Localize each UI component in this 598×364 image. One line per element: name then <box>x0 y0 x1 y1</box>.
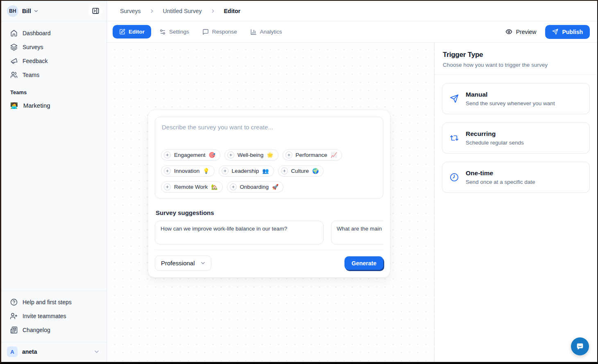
chevron-down-icon <box>200 260 206 266</box>
sidebar-item-dashboard[interactable]: Dashboard <box>6 26 102 40</box>
survey-description-input[interactable]: Describe the survey you want to create..… <box>155 117 383 199</box>
preview-label: Preview <box>516 29 537 35</box>
chevron-right-icon <box>149 8 155 14</box>
tab-label: Settings <box>169 29 189 35</box>
sidebar-item-surveys[interactable]: Surveys <box>6 40 102 54</box>
home-icon <box>10 29 18 37</box>
user-plus-icon <box>10 312 18 320</box>
topic-chips: Engagement 🎯 Well-being 🌟 Performance <box>161 149 377 192</box>
content-area: Describe the survey you want to create..… <box>107 43 597 362</box>
app-window: BH Bill Dashboard Surv <box>0 0 598 364</box>
topic-chip-leadership[interactable]: Leadership 👥 <box>219 165 274 176</box>
chip-label: Remote Work <box>174 184 208 190</box>
preview-button[interactable]: Preview <box>505 28 537 35</box>
sidebar-item-label: Surveys <box>23 44 43 50</box>
chip-label: Leadership <box>232 168 259 174</box>
trigger-type-panel: Trigger Type Choose how you want to trig… <box>434 43 597 362</box>
option-description: Send the survey whenever you want <box>466 100 555 106</box>
chip-label: Performance <box>296 152 327 158</box>
topic-chip-culture[interactable]: Culture 🌍 <box>278 165 324 176</box>
topic-chip-onboarding[interactable]: Onboarding 🚀 <box>227 181 284 192</box>
newspaper-icon <box>10 326 18 334</box>
help-circle-icon <box>10 298 18 306</box>
technologist-emoji-icon: 🧑‍💻 <box>10 102 18 109</box>
survey-composer-card: Describe the survey you want to create..… <box>148 110 390 278</box>
eye-icon <box>505 28 512 35</box>
sidebar-item-changelog[interactable]: Changelog <box>6 323 102 337</box>
editor-canvas[interactable]: Describe the survey you want to create..… <box>107 43 434 362</box>
chip-label: Culture <box>291 168 309 174</box>
user-avatar: A <box>7 346 18 357</box>
main-area: Surveys Untitled Survey Editor Editor <box>107 1 597 362</box>
chip-label: Onboarding <box>240 184 269 190</box>
sidebar-item-marketing[interactable]: 🧑‍💻 Marketing <box>6 98 102 113</box>
suggestion-card[interactable]: What are the main ob <box>331 221 383 244</box>
message-square-icon <box>202 29 209 35</box>
publish-button[interactable]: Publish <box>545 25 590 39</box>
plus-circle-icon <box>230 183 237 190</box>
tone-value: Professional <box>161 260 195 267</box>
trigger-option-manual[interactable]: Manual Send the survey whenever you want <box>442 83 590 114</box>
topic-chip-innovation[interactable]: Innovation 💡 <box>161 165 215 176</box>
topic-chip-engagement[interactable]: Engagement 🎯 <box>161 149 220 161</box>
busts-emoji-icon: 👥 <box>262 168 269 174</box>
breadcrumb-untitled-survey[interactable]: Untitled Survey <box>163 8 202 14</box>
plus-circle-icon <box>164 151 171 158</box>
panel-subtitle: Choose how you want to trigger the surve… <box>443 62 589 68</box>
users-icon <box>10 71 18 79</box>
chevron-down-icon[interactable] <box>33 8 39 14</box>
plus-circle-icon <box>222 167 229 174</box>
sidebar-spacer <box>1 113 106 291</box>
breadcrumb-surveys[interactable]: Surveys <box>120 8 141 14</box>
sidebar-footer-nav: Help and first steps Invite teammates Ch… <box>1 291 106 339</box>
plus-circle-icon <box>281 167 288 174</box>
dart-emoji-icon: 🎯 <box>209 152 215 158</box>
topic-chip-well-being[interactable]: Well-being 🌟 <box>224 149 279 161</box>
workspace-avatar[interactable]: BH <box>7 5 18 17</box>
chevron-down-icon[interactable] <box>93 348 100 355</box>
tab-response[interactable]: Response <box>197 25 242 39</box>
generate-button[interactable]: Generate <box>344 256 383 270</box>
chart-up-emoji-icon: 📈 <box>331 152 337 158</box>
house-emoji-icon: 🏡 <box>211 184 217 190</box>
option-description: Send once at a specific date <box>466 179 535 185</box>
chip-label: Innovation <box>174 168 199 174</box>
trigger-option-text: One-time Send once at a specific date <box>466 170 535 185</box>
tab-analytics[interactable]: Analytics <box>245 25 287 39</box>
tab-editor[interactable]: Editor <box>113 25 151 38</box>
sidebar-item-help[interactable]: Help and first steps <box>6 295 102 309</box>
trigger-option-one-time[interactable]: One-time Send once at a specific date <box>442 162 590 193</box>
tab-settings[interactable]: Settings <box>154 25 194 39</box>
bar-chart-icon <box>250 29 257 35</box>
sliders-icon <box>159 29 166 35</box>
sidebar-item-label: Feedback <box>23 58 48 64</box>
user-menu[interactable]: A aneta <box>1 342 106 362</box>
rocket-emoji-icon: 🚀 <box>272 184 279 190</box>
plus-circle-icon <box>285 151 292 158</box>
tone-select[interactable]: Professional <box>155 255 211 271</box>
suggestion-card[interactable]: How can we improve work-life balance in … <box>155 221 324 244</box>
topic-chip-remote-work[interactable]: Remote Work 🏡 <box>161 181 223 192</box>
topic-chip-performance[interactable]: Performance 📈 <box>283 149 342 161</box>
repeat-icon <box>450 133 459 142</box>
chat-bubble-icon <box>575 342 584 351</box>
workspace-name[interactable]: Bill <box>22 8 31 14</box>
glowing-star-emoji-icon: 🌟 <box>267 152 273 158</box>
sidebar-item-feedback[interactable]: Feedback <box>6 54 102 68</box>
clock-icon <box>450 173 459 182</box>
pencil-square-icon <box>119 29 125 35</box>
chip-label: Engagement <box>174 152 206 158</box>
sidebar-item-invite[interactable]: Invite teammates <box>6 309 102 323</box>
plus-circle-icon <box>164 183 171 190</box>
trigger-option-text: Recurring Schedule regular sends <box>466 130 524 146</box>
sidebar-collapse-button[interactable] <box>88 4 102 18</box>
sidebar-item-teams[interactable]: Teams <box>6 68 102 82</box>
send-icon <box>450 94 459 103</box>
tab-label: Response <box>212 29 237 35</box>
chat-launcher-button[interactable] <box>571 337 589 355</box>
chevron-right-icon <box>210 8 216 14</box>
trigger-option-recurring[interactable]: Recurring Schedule regular sends <box>442 122 590 154</box>
trigger-options: Manual Send the survey whenever you want… <box>435 75 597 201</box>
breadcrumb-editor: Editor <box>224 8 240 14</box>
sidebar-item-label: Help and first steps <box>23 299 72 305</box>
